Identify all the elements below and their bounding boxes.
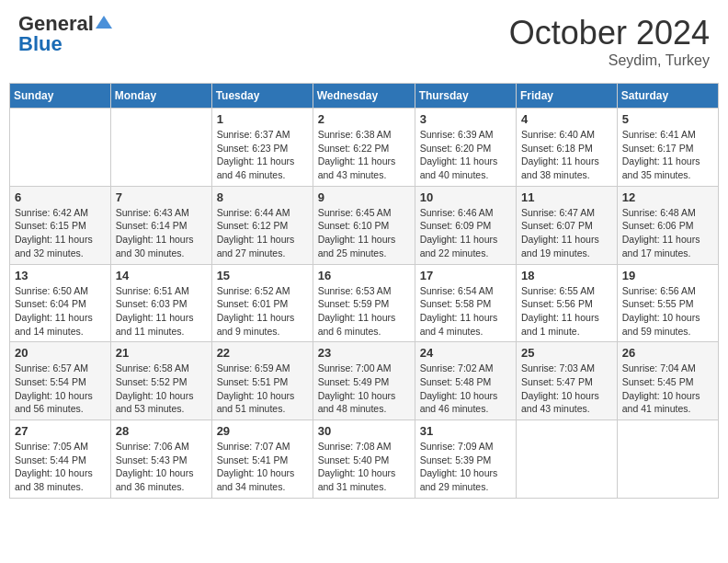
day-info: Sunrise: 7:09 AM Sunset: 5:39 PM Dayligh… (420, 440, 511, 494)
calendar-cell (517, 420, 618, 499)
day-number: 9 (318, 190, 410, 204)
day-number: 31 (420, 424, 511, 438)
day-info: Sunrise: 7:06 AM Sunset: 5:43 PM Dayligh… (116, 440, 207, 494)
day-info: Sunrise: 6:54 AM Sunset: 5:58 PM Dayligh… (420, 284, 511, 339)
day-number: 23 (318, 346, 410, 360)
svg-marker-0 (96, 16, 112, 29)
day-number: 16 (318, 269, 410, 282)
calendar-cell: 6Sunrise: 6:42 AM Sunset: 6:15 PM Daylig… (10, 186, 111, 264)
day-info: Sunrise: 6:48 AM Sunset: 6:06 PM Dayligh… (622, 206, 713, 260)
day-number: 30 (318, 424, 410, 438)
location-title: Seydim, Turkey (509, 52, 710, 69)
day-info: Sunrise: 7:08 AM Sunset: 5:40 PM Dayligh… (318, 440, 410, 494)
day-number: 5 (622, 112, 713, 126)
calendar-cell: 23Sunrise: 7:00 AM Sunset: 5:49 PM Dayli… (313, 342, 415, 420)
day-info: Sunrise: 6:51 AM Sunset: 6:03 PM Dayligh… (116, 284, 207, 339)
day-info: Sunrise: 6:50 AM Sunset: 6:04 PM Dayligh… (15, 284, 106, 339)
calendar-cell (10, 109, 111, 187)
calendar-cell: 20Sunrise: 6:57 AM Sunset: 5:54 PM Dayli… (10, 342, 111, 420)
day-number: 17 (420, 269, 511, 282)
calendar-week-row: 6Sunrise: 6:42 AM Sunset: 6:15 PM Daylig… (10, 186, 719, 264)
day-info: Sunrise: 6:42 AM Sunset: 6:15 PM Dayligh… (15, 206, 106, 260)
day-info: Sunrise: 6:45 AM Sunset: 6:10 PM Dayligh… (318, 206, 410, 260)
calendar-header-saturday: Saturday (617, 84, 718, 109)
day-info: Sunrise: 7:05 AM Sunset: 5:44 PM Dayligh… (15, 440, 106, 494)
day-info: Sunrise: 6:37 AM Sunset: 6:23 PM Dayligh… (217, 128, 308, 182)
calendar-cell: 10Sunrise: 6:46 AM Sunset: 6:09 PM Dayli… (415, 186, 516, 264)
title-section: October 2024 Seydim, Turkey (509, 14, 710, 69)
day-info: Sunrise: 7:00 AM Sunset: 5:49 PM Dayligh… (318, 362, 410, 416)
day-number: 7 (116, 190, 207, 204)
calendar-cell: 15Sunrise: 6:52 AM Sunset: 6:01 PM Dayli… (211, 264, 313, 342)
day-number: 15 (217, 269, 308, 282)
day-info: Sunrise: 6:46 AM Sunset: 6:09 PM Dayligh… (420, 206, 511, 260)
day-number: 1 (217, 112, 308, 126)
calendar-cell: 12Sunrise: 6:48 AM Sunset: 6:06 PM Dayli… (617, 186, 718, 264)
calendar-cell: 28Sunrise: 7:06 AM Sunset: 5:43 PM Dayli… (110, 420, 211, 499)
calendar-header-sunday: Sunday (10, 84, 111, 109)
calendar-header-thursday: Thursday (415, 84, 516, 109)
calendar-cell: 7Sunrise: 6:43 AM Sunset: 6:14 PM Daylig… (110, 186, 211, 264)
day-info: Sunrise: 6:57 AM Sunset: 5:54 PM Dayligh… (15, 362, 106, 416)
day-info: Sunrise: 6:41 AM Sunset: 6:17 PM Dayligh… (622, 128, 713, 182)
logo: General Blue (18, 14, 112, 54)
calendar-cell: 27Sunrise: 7:05 AM Sunset: 5:44 PM Dayli… (10, 420, 111, 499)
day-info: Sunrise: 6:52 AM Sunset: 6:01 PM Dayligh… (217, 284, 308, 339)
calendar-week-row: 13Sunrise: 6:50 AM Sunset: 6:04 PM Dayli… (10, 264, 719, 342)
calendar-cell: 14Sunrise: 6:51 AM Sunset: 6:03 PM Dayli… (110, 264, 211, 342)
calendar-cell: 16Sunrise: 6:53 AM Sunset: 5:59 PM Dayli… (313, 264, 415, 342)
day-number: 8 (217, 190, 308, 204)
calendar-cell: 4Sunrise: 6:40 AM Sunset: 6:18 PM Daylig… (517, 109, 618, 187)
calendar-header-wednesday: Wednesday (313, 84, 415, 109)
logo-blue-text: Blue (18, 34, 63, 54)
calendar-cell: 18Sunrise: 6:55 AM Sunset: 5:56 PM Dayli… (517, 264, 618, 342)
calendar-cell: 22Sunrise: 6:59 AM Sunset: 5:51 PM Dayli… (211, 342, 313, 420)
calendar-cell: 2Sunrise: 6:38 AM Sunset: 6:22 PM Daylig… (313, 109, 415, 187)
day-number: 2 (318, 112, 410, 126)
day-number: 22 (217, 346, 308, 360)
day-number: 4 (521, 112, 612, 126)
day-number: 28 (116, 424, 207, 438)
calendar-week-row: 20Sunrise: 6:57 AM Sunset: 5:54 PM Dayli… (10, 342, 719, 420)
month-title: October 2024 (509, 14, 710, 52)
day-info: Sunrise: 7:02 AM Sunset: 5:48 PM Dayligh… (420, 362, 511, 416)
calendar-cell: 25Sunrise: 7:03 AM Sunset: 5:47 PM Dayli… (517, 342, 618, 420)
day-number: 21 (116, 346, 207, 360)
calendar-cell: 1Sunrise: 6:37 AM Sunset: 6:23 PM Daylig… (211, 109, 313, 187)
page-header: General Blue October 2024 Seydim, Turkey (9, 9, 719, 74)
calendar-header-row: SundayMondayTuesdayWednesdayThursdayFrid… (10, 84, 719, 109)
day-number: 12 (622, 190, 713, 204)
calendar-cell: 9Sunrise: 6:45 AM Sunset: 6:10 PM Daylig… (313, 186, 415, 264)
day-info: Sunrise: 6:38 AM Sunset: 6:22 PM Dayligh… (318, 128, 410, 182)
calendar-cell: 24Sunrise: 7:02 AM Sunset: 5:48 PM Dayli… (415, 342, 516, 420)
calendar-table: SundayMondayTuesdayWednesdayThursdayFrid… (9, 83, 719, 499)
calendar-cell: 5Sunrise: 6:41 AM Sunset: 6:17 PM Daylig… (617, 109, 718, 187)
day-number: 10 (420, 190, 511, 204)
calendar-header-tuesday: Tuesday (211, 84, 313, 109)
logo-general-text: General (18, 14, 94, 34)
day-number: 11 (521, 190, 612, 204)
calendar-cell: 31Sunrise: 7:09 AM Sunset: 5:39 PM Dayli… (415, 420, 516, 499)
day-info: Sunrise: 6:55 AM Sunset: 5:56 PM Dayligh… (521, 284, 612, 339)
calendar-cell: 26Sunrise: 7:04 AM Sunset: 5:45 PM Dayli… (617, 342, 718, 420)
day-info: Sunrise: 7:03 AM Sunset: 5:47 PM Dayligh… (521, 362, 612, 416)
day-number: 18 (521, 269, 612, 282)
day-number: 14 (116, 269, 207, 282)
calendar-cell: 30Sunrise: 7:08 AM Sunset: 5:40 PM Dayli… (313, 420, 415, 499)
calendar-header-friday: Friday (517, 84, 618, 109)
calendar-cell: 13Sunrise: 6:50 AM Sunset: 6:04 PM Dayli… (10, 264, 111, 342)
calendar-cell: 17Sunrise: 6:54 AM Sunset: 5:58 PM Dayli… (415, 264, 516, 342)
day-number: 6 (15, 190, 106, 204)
day-info: Sunrise: 6:44 AM Sunset: 6:12 PM Dayligh… (217, 206, 308, 260)
day-info: Sunrise: 6:39 AM Sunset: 6:20 PM Dayligh… (420, 128, 511, 182)
day-number: 24 (420, 346, 511, 360)
day-info: Sunrise: 6:43 AM Sunset: 6:14 PM Dayligh… (116, 206, 207, 260)
day-info: Sunrise: 6:59 AM Sunset: 5:51 PM Dayligh… (217, 362, 308, 416)
calendar-cell: 19Sunrise: 6:56 AM Sunset: 5:55 PM Dayli… (617, 264, 718, 342)
day-number: 19 (622, 269, 713, 282)
day-number: 13 (15, 269, 106, 282)
logo-icon (96, 14, 112, 30)
calendar-cell: 29Sunrise: 7:07 AM Sunset: 5:41 PM Dayli… (211, 420, 313, 499)
day-number: 27 (15, 424, 106, 438)
calendar-week-row: 1Sunrise: 6:37 AM Sunset: 6:23 PM Daylig… (10, 109, 719, 187)
